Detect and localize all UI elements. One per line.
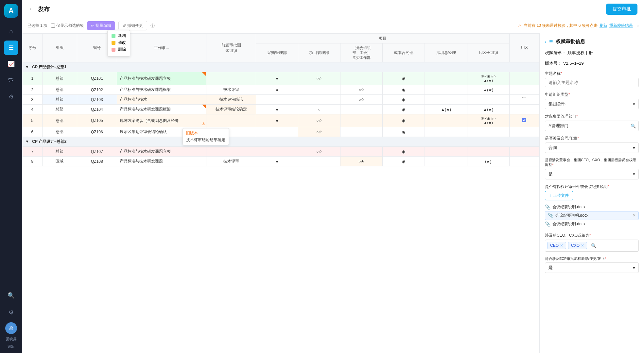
row-6-shenzhen — [425, 127, 467, 137]
show-selected-label[interactable]: 仅显示勾选的项 — [51, 23, 84, 28]
file-icon-2: 📎 — [548, 213, 553, 218]
add-dot — [112, 34, 115, 38]
row-8-org: 区域 — [42, 157, 77, 166]
row-1-area — [509, 72, 539, 85]
file-item-3[interactable]: 📎 会议纪要说明.docx — [545, 220, 639, 228]
row-2-code: QZ102 — [77, 85, 117, 95]
row-5-area — [509, 114, 539, 127]
row-1-purchase: ● — [256, 72, 298, 85]
tag-ceo-close[interactable]: ✕ — [560, 243, 563, 248]
ecp-select[interactable]: 是 ▾ — [545, 262, 639, 273]
row-3-work[interactable]: 产品标准与技术 — [117, 95, 206, 105]
search-icon[interactable]: 🔍 — [628, 122, 638, 130]
toolbar: 已选择 1 项 仅显示勾选的项 ✏ 批量编辑 ↺ 撤销变更 ⓘ 新增 修改 — [22, 18, 644, 33]
file-name-3: 会议纪要说明.docx — [552, 221, 585, 227]
row-7-pre — [206, 147, 256, 157]
sidebar-item-home[interactable]: ⌂ — [4, 24, 18, 39]
row-5-cost: ◉ — [383, 114, 425, 127]
header: ← 发布 提交审批 — [22, 0, 644, 18]
org-type-select[interactable]: 集团总部 ▾ — [545, 99, 639, 109]
user-name: 梁晓露 — [6, 337, 17, 342]
sidebar-settings-icon[interactable]: ⚙ — [4, 305, 18, 320]
file-close-2[interactable]: ✕ — [633, 213, 636, 218]
table-area: 旧版本 技术评审结论结果确定 序号 组织 编号 工作事... — [22, 33, 539, 353]
row-2-work: 产品标准与技术研发课题框架 — [117, 85, 206, 95]
batch-edit-button[interactable]: ✏ 批量编辑 — [87, 21, 115, 30]
row-3-shenzhen — [425, 95, 467, 105]
board-select[interactable]: 是 ▾ — [545, 169, 639, 179]
ceo-field: 涉及的CEO、CXO或董办* CEO ✕ CXO ✕ 🔍 — [545, 233, 639, 252]
row-7-party — [340, 147, 383, 157]
row-8-zone: (★) — [467, 157, 509, 166]
list-field: 权赋清单： 顺丰授权手册 — [545, 50, 639, 56]
row-5-code: QZ105 — [77, 114, 117, 127]
sidebar-search-icon[interactable]: 🔍 — [4, 288, 18, 303]
file-item-1[interactable]: 📎 会议纪要说明.docx — [545, 203, 639, 211]
back-button[interactable]: ← — [29, 6, 35, 12]
group-2-toggle[interactable]: ▼ — [25, 139, 29, 144]
cancel-change-button[interactable]: ↺ 撤销变更 — [118, 21, 147, 30]
group-1-toggle[interactable]: ▼ — [25, 65, 29, 69]
th-seq: 序号 — [23, 34, 43, 62]
row-8-shenzhen — [425, 157, 467, 166]
row-6-seq: 6 — [23, 127, 43, 137]
row-3-zone — [467, 95, 509, 105]
row-3-area — [509, 95, 539, 105]
submit-button[interactable]: 提交审批 — [606, 4, 637, 15]
row-1-cost: ◉ — [383, 72, 425, 85]
row-6-org: 总部 — [42, 127, 77, 137]
row-5-checkbox[interactable] — [522, 118, 526, 122]
row-4-seq: 4 — [23, 105, 43, 114]
row-3-seq: 3 — [23, 95, 43, 105]
undo-icon: ↺ — [123, 24, 126, 28]
file-icon-3: 📎 — [545, 221, 550, 227]
row-8-work: 产品标准与技术研发课题 — [117, 157, 206, 166]
contract-field: 是否涉及合同/印章* 合同 ▾ — [545, 136, 639, 153]
panel-toggle[interactable]: ‹ — [545, 39, 547, 45]
tooltip-popup: 旧版本 技术评审结论结果确定 — [183, 128, 229, 145]
sidebar-item-shield[interactable]: 🛡 — [4, 73, 18, 88]
row-1-pre — [206, 72, 256, 85]
expand-icon[interactable]: › — [637, 23, 639, 28]
info-icon[interactable]: ⓘ — [150, 23, 155, 29]
mgmt-dept-search[interactable]: A管理部门 🔍 — [545, 121, 639, 131]
panel-header: ‹ ☰ 权赋审批信息 — [545, 39, 639, 45]
row-2-purchase: ● — [256, 85, 298, 95]
contract-select[interactable]: 合同 ▾ — [545, 143, 639, 153]
row-5-org: 总部 — [42, 114, 77, 127]
sidebar-nav: ⌂ ☰ 📈 🛡 ⚙ — [4, 24, 18, 288]
row-8-party: ○★ — [340, 157, 383, 166]
board-label: 是否涉及董事会、集团CEO、CXO、集团层级委员会权限调整* — [545, 158, 639, 168]
header-left: ← 发布 — [29, 5, 50, 13]
row-1-party — [340, 72, 383, 85]
recheck-link[interactable]: 重新校验结果 — [609, 23, 633, 28]
row-1-shenzhen — [425, 72, 467, 85]
row-8-purchase: ● — [256, 157, 298, 166]
sidebar-item-settings[interactable]: ⚙ — [4, 90, 18, 104]
avatar[interactable]: 梁 — [5, 322, 17, 334]
ceo-search-icon[interactable]: 🔍 — [588, 241, 599, 250]
logout-button[interactable]: 退出 — [8, 344, 15, 349]
authorized-label: 是否有授权评审部件或会议纪要说明* — [545, 184, 639, 190]
list-value: 顺丰授权手册 — [567, 50, 593, 55]
row-4-cost: ◉ — [383, 105, 425, 114]
row-3-cost: ◉ — [383, 95, 425, 105]
topic-input[interactable] — [545, 78, 639, 87]
show-selected-checkbox[interactable] — [51, 24, 55, 28]
th-area: 片区 — [509, 34, 539, 62]
row-7-cost: ◉ — [383, 147, 425, 157]
sidebar-item-docs[interactable]: ☰ — [4, 41, 18, 55]
th-party: （党委组织部、工会）党委工作部 — [340, 43, 383, 62]
contract-value: 合同 — [548, 145, 557, 151]
row-3-checkbox[interactable] — [522, 97, 526, 101]
upload-button[interactable]: ↑ 上传文件 — [545, 191, 573, 200]
contract-label: 是否涉及合同/印章* — [545, 136, 639, 141]
upload-icon: ↑ — [549, 193, 551, 198]
sidebar-item-chart[interactable]: 📈 — [4, 57, 18, 71]
file-item-2[interactable]: 📎 会议纪要说明.docx ✕ — [545, 211, 639, 220]
row-4-purchase: ● — [256, 105, 298, 114]
row-3-project — [298, 95, 340, 105]
th-org: 组织 — [42, 34, 77, 62]
tag-cxo-close[interactable]: ✕ — [581, 243, 584, 248]
refresh-link[interactable]: 刷新 — [600, 23, 607, 28]
